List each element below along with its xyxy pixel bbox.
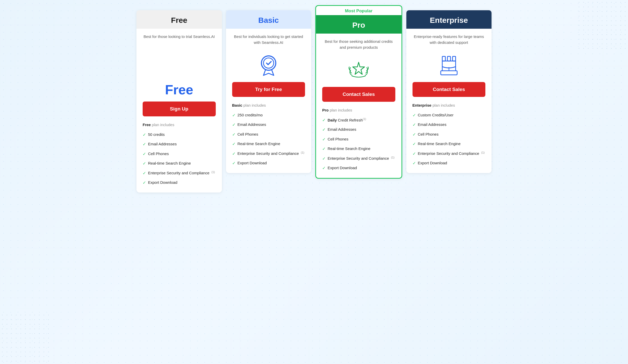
- list-item: ✓Daily Credit Refresh(1): [322, 115, 395, 125]
- check-icon: ✓: [143, 180, 146, 186]
- free-includes-bold: Free: [143, 123, 151, 127]
- feature-text: Real-time Search Engine: [148, 160, 191, 166]
- feature-text: Export Download: [238, 160, 267, 166]
- feature-text: Enterprise Security and Compliance: [328, 156, 389, 161]
- check-icon: ✓: [322, 156, 326, 161]
- feature-text: Custom Credits/User: [418, 112, 454, 118]
- free-includes-text: plan includes: [152, 123, 174, 127]
- feature-text: 250 credits/mo: [238, 112, 263, 118]
- feature-text: Export Download: [418, 160, 447, 166]
- list-item: ✓Real-time Search Engine: [143, 159, 216, 168]
- free-feature-list: ✓50 credits ✓Email Addresses ✓Cell Phone…: [143, 130, 216, 187]
- pro-cta-button[interactable]: Contact Sales: [322, 87, 395, 102]
- free-plan-description: Best for those looking to trial Seamless…: [143, 34, 216, 49]
- svg-marker-2: [353, 62, 365, 74]
- feature-text: Email Addresses: [148, 141, 177, 147]
- enterprise-plan-icon: [413, 54, 486, 77]
- feature-sup: (1): [301, 151, 304, 155]
- free-plan-card: Free Best for those looking to trial Sea…: [136, 10, 222, 193]
- check-icon: ✓: [232, 151, 235, 157]
- daily-bold: Daily: [328, 118, 337, 122]
- pro-plan-body: Best for those seeking additional credit…: [316, 34, 401, 178]
- enterprise-plan-name: Enterprise: [411, 16, 487, 25]
- feature-text: 50 credits: [148, 132, 165, 137]
- enterprise-includes-text: plan includes: [433, 103, 455, 107]
- basic-plan-name: Basic: [231, 16, 306, 25]
- check-icon: ✓: [413, 141, 416, 147]
- basic-includes-label: Basic plan includes: [232, 103, 305, 107]
- check-icon: ✓: [232, 122, 235, 128]
- list-item: ✓Real-time Search Engine: [232, 139, 305, 149]
- feature-text: Cell Phones: [418, 132, 439, 137]
- check-icon: ✓: [413, 151, 416, 157]
- feature-text: Cell Phones: [328, 136, 348, 142]
- check-icon: ✓: [143, 141, 146, 147]
- feature-text: Export Download: [148, 180, 177, 185]
- list-item: ✓Enterprise Security and Compliance(1): [232, 149, 305, 158]
- basic-includes-bold: Basic: [232, 103, 242, 107]
- feature-text: Real-time Search Engine: [328, 146, 370, 151]
- list-item: ✓Email Addresses: [232, 120, 305, 129]
- feature-text: Email Addresses: [418, 122, 447, 127]
- list-item: ✓Enterprise Security and Compliance(1): [413, 149, 486, 158]
- check-icon: ✓: [232, 160, 235, 166]
- enterprise-includes-label: Enterprise plan includes: [413, 103, 486, 107]
- check-icon: ✓: [232, 141, 235, 147]
- enterprise-cta-button[interactable]: Contact Sales: [413, 82, 486, 97]
- basic-cta-button[interactable]: Try for Free: [232, 82, 305, 97]
- list-item: ✓Email Addresses: [322, 125, 395, 134]
- pricing-container: Free Best for those looking to trial Sea…: [134, 10, 494, 193]
- feature-text: Real-time Search Engine: [418, 141, 461, 146]
- feature-text: Export Download: [328, 165, 357, 170]
- feature-sup: (1): [363, 117, 366, 120]
- basic-plan-description: Best for individuals looking to get star…: [232, 34, 305, 49]
- check-icon: ✓: [413, 160, 416, 166]
- check-icon: ✓: [322, 137, 326, 142]
- feature-sup: (1): [481, 151, 485, 155]
- pro-plan-card: Most Popular Pro Best for those seeking …: [315, 5, 402, 179]
- check-icon: ✓: [143, 151, 146, 157]
- basic-plan-header: Basic: [226, 10, 311, 29]
- list-item: ✓Export Download: [143, 178, 216, 187]
- check-icon: ✓: [413, 122, 416, 128]
- basic-plan-card: Basic Best for individuals looking to ge…: [226, 10, 311, 173]
- enterprise-includes-bold: Enterprise: [413, 103, 431, 107]
- pro-feature-list: ✓Daily Credit Refresh(1) ✓Email Addresse…: [322, 115, 395, 173]
- free-cta-button[interactable]: Sign Up: [143, 102, 216, 116]
- list-item: ✓Export Download: [322, 163, 395, 173]
- check-icon: ✓: [322, 127, 326, 133]
- pro-includes-text: plan includes: [330, 108, 352, 112]
- free-plan-body: Best for those looking to trial Seamless…: [136, 29, 222, 193]
- check-icon: ✓: [322, 117, 326, 123]
- free-plan-header: Free: [136, 10, 222, 29]
- pro-plan-name: Pro: [321, 21, 396, 29]
- svg-rect-4: [447, 56, 450, 61]
- list-item: ✓Export Download: [232, 158, 305, 168]
- pro-plan-description: Best for those seeking additional credit…: [322, 39, 395, 54]
- check-icon: ✓: [413, 113, 416, 118]
- enterprise-feature-list: ✓Custom Credits/User ✓Email Addresses ✓C…: [413, 110, 486, 168]
- basic-feature-list: ✓250 credits/mo ✓Email Addresses ✓Cell P…: [232, 110, 305, 168]
- feature-sup: (1): [391, 156, 394, 159]
- list-item: ✓Real-time Search Engine: [413, 139, 486, 149]
- enterprise-plan-body: Enterprise-ready features for large team…: [406, 29, 492, 173]
- free-includes-label: Free plan includes: [143, 123, 216, 127]
- list-item: ✓Email Addresses: [143, 139, 216, 149]
- list-item: ✓Cell Phones: [413, 130, 486, 139]
- svg-point-1: [263, 58, 274, 68]
- most-popular-badge: Most Popular: [316, 6, 401, 15]
- free-plan-name: Free: [142, 16, 217, 25]
- svg-rect-3: [442, 56, 445, 61]
- list-item: ✓Enterprise Security and Compliance(1): [322, 154, 395, 163]
- feature-text: Daily Credit Refresh(1): [328, 117, 366, 123]
- basic-plan-icon: [232, 54, 305, 77]
- feature-text: Cell Phones: [238, 132, 258, 137]
- feature-text: Enterprise Security and Compliance: [148, 170, 209, 176]
- list-item: ✓250 credits/mo: [232, 110, 305, 120]
- pro-plan-header: Pro: [316, 15, 401, 34]
- free-plan-price: Free: [143, 82, 216, 97]
- pro-includes-bold: Pro: [322, 108, 329, 112]
- enterprise-plan-header: Enterprise: [406, 10, 492, 29]
- list-item: ✓Export Download: [413, 158, 486, 168]
- check-icon: ✓: [232, 132, 235, 137]
